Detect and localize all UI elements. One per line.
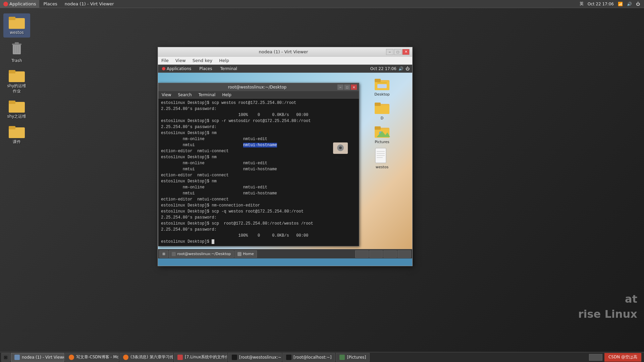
vm-taskbar-right-btn3[interactable] — [383, 250, 397, 258]
svg-rect-16 — [9, 129, 25, 138]
vm-taskbar-right-btn4[interactable] — [397, 250, 411, 258]
terminal-body[interactable]: estoslinux Desktop]$ scp westos root@172… — [158, 99, 359, 246]
volume-icon[interactable]: 🔊 — [626, 2, 633, 6]
vm-taskbar-home-label: Home — [243, 252, 254, 256]
terminal-menu-view[interactable]: View — [158, 92, 174, 98]
terminal-line: ection-editor nmtui-connect — [161, 196, 356, 202]
corner-text: at rise Linux — [578, 292, 637, 322]
virt-close-button[interactable]: ✕ — [402, 49, 410, 55]
network-icon: 📶 — [616, 2, 624, 6]
vm-taskbar-terminal-btn[interactable]: root@westoslinux:~/Desktop — [169, 250, 234, 258]
svg-rect-17 — [9, 126, 15, 129]
svg-rect-21 — [377, 84, 387, 88]
corner-text-line1: at — [578, 292, 637, 307]
vm-taskbar-expand[interactable]: ⊞ — [159, 250, 168, 258]
terminal-line: nmtui nmtui-hostname — [161, 190, 356, 196]
terminal-line: estoslinux Desktop]$ nm-connection-edito… — [161, 202, 356, 208]
terminal-menu-search[interactable]: Search — [174, 92, 195, 98]
virt-viewer-window: nodea (1) - Virt Viewer − □ ✕ File View … — [158, 47, 413, 266]
vm-power-icon[interactable]: ⏻ — [406, 66, 410, 71]
top-menubar-left: Applications Places nodea (1) - Virt Vie… — [0, 0, 117, 8]
terminal-line: nm-online nmtui-edit — [161, 136, 356, 142]
vm-taskbar-right-btn1[interactable] — [355, 250, 369, 258]
terminal-window: root@westoslinux:~/Desktop − □ ✕ View Se… — [158, 83, 359, 246]
virt-maximize-button[interactable]: □ — [394, 49, 401, 55]
desktop-icon-shy-maintain[interactable]: shy之运维 — [3, 97, 30, 121]
vm-taskbar-right-btn2[interactable] — [369, 250, 383, 258]
fm-item-desktop[interactable]: Desktop — [355, 76, 409, 97]
vm-desktop-bottom: ⊞ root@westoslinux:~/Desktop Home — [158, 249, 412, 266]
top-menubar: Applications Places nodea (1) - Virt Vie… — [0, 0, 644, 8]
desktop-icon-westos[interactable]: westos — [3, 13, 30, 38]
vm-terminal-icon — [172, 252, 176, 256]
taskbar-item-pictures[interactable]: [Pictures] — [336, 353, 370, 362]
fm-folder-desktop-icon — [374, 76, 390, 92]
virt-minimize-button[interactable]: − — [386, 49, 393, 55]
terminal-menu-help[interactable]: Help — [219, 92, 234, 98]
taskbar-preview-btn[interactable] — [589, 354, 602, 361]
terminal-line: nm-online nmtui-edit — [161, 160, 356, 166]
virt-menu-view[interactable]: View — [172, 57, 189, 64]
taskbar-item-term2[interactable]: [root@localhost:~] — [282, 353, 335, 362]
vm-taskbar-expand-icon: ⊞ — [162, 252, 165, 256]
desktop-icon-westos-label: westos — [10, 30, 24, 36]
virt-menubar: File View Send key Help — [158, 57, 412, 65]
svg-rect-5 — [15, 42, 19, 44]
terminal-line: estoslinux Desktop]$ scp root@172.25.254… — [161, 221, 356, 227]
vm-taskbar-home-btn[interactable]: Home — [234, 250, 257, 258]
vm-volume-icon[interactable]: 🔊 — [398, 66, 404, 71]
terminal-line: 2.25.254.80's password: — [161, 124, 356, 130]
taskbar-item-pdf[interactable]: [7.Linux系统中的文件传输.pdf] — [174, 353, 227, 362]
svg-point-38 — [339, 146, 342, 149]
vm-topbar-left: Applications Places Terminal — [158, 65, 241, 73]
terminal-cursor — [212, 239, 214, 244]
terminal-menu-terminal[interactable]: Terminal — [195, 92, 219, 98]
taskbar-item-pictures-label: [Pictures] — [347, 355, 366, 360]
vm-music-item[interactable]: Music — [332, 140, 348, 160]
vm-music-icon — [332, 140, 348, 156]
vm-places-menu[interactable]: Places — [195, 65, 216, 73]
terminal-minimize-btn[interactable]: − — [337, 84, 343, 90]
vm-places-label: Places — [199, 66, 212, 71]
virt-menu-help[interactable]: Help — [216, 57, 232, 64]
fm-item-pictures[interactable]: Pictures — [355, 124, 409, 144]
taskbar-item-firefox[interactable]: 写文章-CSDN博客 - Mozilla Fi... — [65, 353, 119, 362]
desktop-icon-trash[interactable]: Trash — [3, 39, 30, 66]
terminal-maximize-btn[interactable]: □ — [344, 84, 350, 90]
desktop-icon-shy-ops[interactable]: shy的运维作业 — [3, 67, 30, 96]
taskbar-start-btn[interactable]: ⊞ — [1, 353, 10, 362]
terminal-line: estoslinux Desktop]$ scp westos root@172… — [161, 100, 356, 106]
term2-taskbar-icon — [286, 355, 291, 360]
vm-applications-menu[interactable]: Applications — [158, 65, 195, 73]
vm-display: Applications Places Terminal Oct 22 17:0… — [158, 65, 412, 266]
folder-icon-westos — [9, 15, 25, 29]
virt-menu-file[interactable]: File — [158, 57, 172, 64]
lang-indicator[interactable]: 英 — [578, 1, 585, 7]
fm-folder-d-icon — [374, 100, 390, 116]
vm-taskbar-terminal-label: root@westoslinux:~/Desktop — [177, 252, 231, 256]
fm-item-westos-label: westos — [376, 165, 388, 169]
top-bar-places[interactable]: Places — [40, 0, 60, 8]
taskbar-item-term1[interactable]: [root@westoslinux:~] — [228, 353, 282, 362]
taskbar-item-firefox2[interactable]: (3条消息) 第六章学习传输... — [119, 353, 173, 362]
fm-item-d[interactable]: D — [355, 100, 409, 120]
virt-window-controls: − □ ✕ — [386, 49, 410, 55]
terminal-line: estoslinux Desktop]$ — [161, 239, 356, 245]
fm-file-westos-icon — [375, 147, 389, 165]
top-bar-applications[interactable]: Applications — [0, 0, 39, 8]
power-icon[interactable]: ⏻ — [635, 2, 641, 6]
svg-rect-2 — [9, 17, 15, 20]
taskbar-item-virt-viewer[interactable]: nodea (1) - Virt Viewer — [11, 353, 64, 362]
virt-menu-sendkey[interactable]: Send key — [189, 57, 216, 64]
desktop-icon-class[interactable]: 课件 — [3, 123, 30, 147]
host-taskbar: ⊞ nodea (1) - Virt Viewer 写文章-CSDN博客 - M… — [0, 352, 644, 362]
terminal-line: nmtui nmtui-hostname — [161, 142, 356, 148]
desktop-icon-area: westos Trash shy的运维作业 — [0, 10, 34, 150]
vm-filemanager-area: Desktop D — [352, 73, 412, 173]
vm-taskbar: ⊞ root@westoslinux:~/Desktop Home — [158, 249, 412, 258]
datetime-display: Oct 22 17:06 — [586, 2, 615, 6]
fm-item-westos[interactable]: westos — [355, 147, 409, 169]
vm-terminal-menu[interactable]: Terminal — [216, 65, 241, 73]
folder-icon-shy-ops — [9, 69, 25, 82]
terminal-line: estoslinux Desktop]$ scp -q westos root@… — [161, 208, 356, 215]
